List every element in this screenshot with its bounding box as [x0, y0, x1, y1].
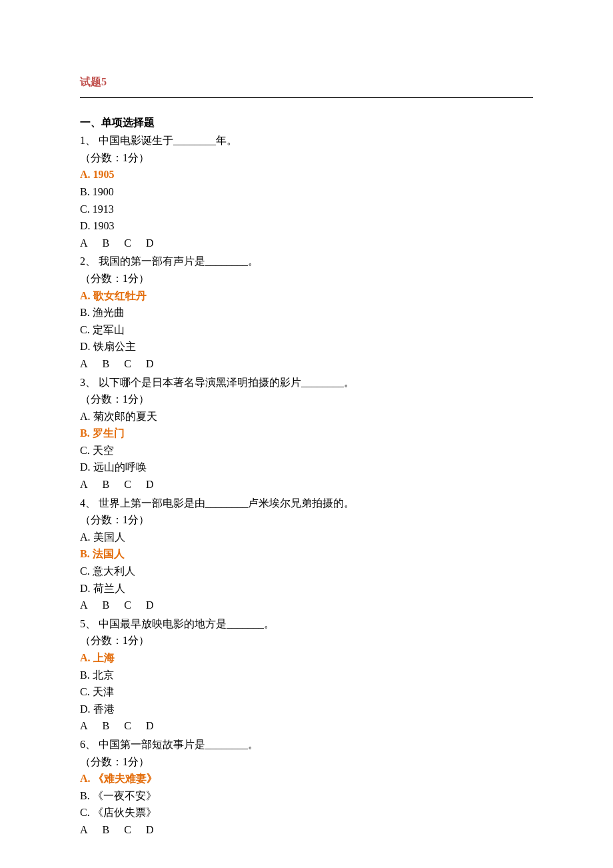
answer-choice-row: ABCD	[80, 235, 533, 252]
option: B. 北京	[80, 667, 533, 684]
answer-choice-b[interactable]: B	[103, 597, 110, 614]
question-score: （分数：1分）	[80, 753, 533, 771]
option: C. 意大利人	[80, 563, 533, 580]
answer-choice-b[interactable]: B	[103, 235, 110, 252]
option: D. 远山的呼唤	[80, 459, 533, 476]
answer-choice-row: ABCD	[80, 476, 533, 493]
option: C. 天空	[80, 442, 533, 459]
answer-choice-a[interactable]: A	[80, 821, 88, 839]
question-number: 4、	[80, 497, 96, 509]
question-score: （分数：1分）	[80, 149, 533, 167]
option: D. 香港	[80, 701, 533, 718]
question-stem: 以下哪个是日本著名导演黑泽明拍摄的影片________。	[96, 377, 354, 388]
answer-choice-c[interactable]: C	[124, 717, 131, 735]
answer-choice-row: ABCD	[80, 355, 533, 373]
answer-choice-c[interactable]: C	[124, 821, 131, 839]
answer-choice-a[interactable]: A	[80, 597, 88, 614]
question: 5、 中国最早放映电影的地方是_______。（分数：1分）A. 上海B. 北京…	[80, 615, 533, 735]
question: 3、 以下哪个是日本著名导演黑泽明拍摄的影片________。（分数：1分）A.…	[80, 374, 533, 493]
question-text: 2、 我国的第一部有声片是________。	[80, 253, 533, 270]
question-text: 3、 以下哪个是日本著名导演黑泽明拍摄的影片________。	[80, 374, 533, 391]
option: B. 罗生门	[80, 425, 533, 442]
answer-choice-b[interactable]: B	[103, 717, 110, 735]
option: C. 1913	[80, 201, 533, 218]
answer-choice-b[interactable]: B	[103, 821, 110, 839]
question-number: 5、	[80, 618, 96, 629]
question-number: 6、	[80, 739, 96, 750]
question-text: 5、 中国最早放映电影的地方是_______。	[80, 615, 533, 633]
answer-choice-a[interactable]: A	[80, 355, 88, 373]
option: A. 1905	[80, 166, 533, 183]
question-score: （分数：1分）	[80, 632, 533, 649]
section-heading: 一、单项选择题	[80, 114, 533, 131]
option: D. 铁扇公主	[80, 338, 533, 355]
option: B. 法国人	[80, 545, 533, 563]
answer-choice-d[interactable]: D	[146, 355, 154, 373]
option: A. 菊次郎的夏天	[80, 408, 533, 425]
question: 4、 世界上第一部电影是由________卢米埃尔兄弟拍摄的。（分数：1分）A.…	[80, 495, 533, 614]
answer-choice-a[interactable]: A	[80, 235, 88, 252]
answer-choice-d[interactable]: D	[146, 717, 154, 735]
answer-choice-c[interactable]: C	[124, 235, 131, 252]
question-score: （分数：1分）	[80, 511, 533, 529]
option: D. 1903	[80, 217, 533, 235]
question-stem: 世界上第一部电影是由________卢米埃尔兄弟拍摄的。	[96, 497, 354, 509]
option: C. 天津	[80, 683, 533, 701]
answer-choice-b[interactable]: B	[103, 476, 110, 493]
question-stem: 中国最早放映电影的地方是_______。	[96, 618, 275, 629]
answer-choice-b[interactable]: B	[103, 355, 110, 373]
answer-choice-d[interactable]: D	[146, 476, 154, 493]
option: B. 《一夜不安》	[80, 787, 533, 805]
option: D. 荷兰人	[80, 580, 533, 597]
question-score: （分数：1分）	[80, 270, 533, 287]
answer-choice-d[interactable]: D	[146, 235, 154, 252]
question: 1、 中国电影诞生于________年。（分数：1分）A. 1905B. 190…	[80, 132, 533, 251]
option: A. 美国人	[80, 529, 533, 546]
question-stem: 我国的第一部有声片是________。	[96, 255, 259, 267]
answer-choice-c[interactable]: C	[124, 597, 131, 614]
option: B. 渔光曲	[80, 304, 533, 321]
question-list: 1、 中国电影诞生于________年。（分数：1分）A. 1905B. 190…	[80, 132, 533, 838]
question-text: 6、 中国第一部短故事片是________。	[80, 736, 533, 753]
answer-choice-d[interactable]: D	[146, 821, 154, 839]
question-number: 2、	[80, 255, 96, 267]
option: C. 定军山	[80, 321, 533, 339]
option: A. 上海	[80, 649, 533, 667]
answer-choice-row: ABCD	[80, 597, 533, 614]
question-stem: 中国第一部短故事片是________。	[96, 739, 259, 750]
answer-choice-a[interactable]: A	[80, 717, 88, 735]
answer-choice-row: ABCD	[80, 821, 533, 839]
question: 2、 我国的第一部有声片是________。（分数：1分）A. 歌女红牡丹B. …	[80, 253, 533, 372]
option: C. 《店伙失票》	[80, 804, 533, 821]
question-text: 1、 中国电影诞生于________年。	[80, 132, 533, 149]
question-text: 4、 世界上第一部电影是由________卢米埃尔兄弟拍摄的。	[80, 495, 533, 512]
question: 6、 中国第一部短故事片是________。（分数：1分）A. 《难夫难妻》B.…	[80, 736, 533, 839]
option: B. 1900	[80, 183, 533, 201]
divider	[80, 97, 533, 98]
option: A. 《难夫难妻》	[80, 770, 533, 787]
exam-title: 试题5	[80, 73, 533, 91]
answer-choice-c[interactable]: C	[124, 476, 131, 493]
question-stem: 中国电影诞生于________年。	[96, 135, 237, 146]
answer-choice-row: ABCD	[80, 717, 533, 735]
answer-choice-a[interactable]: A	[80, 476, 88, 493]
question-number: 3、	[80, 377, 96, 388]
option: A. 歌女红牡丹	[80, 287, 533, 305]
answer-choice-c[interactable]: C	[124, 355, 131, 373]
question-number: 1、	[80, 135, 96, 146]
answer-choice-d[interactable]: D	[146, 597, 154, 614]
question-score: （分数：1分）	[80, 391, 533, 408]
